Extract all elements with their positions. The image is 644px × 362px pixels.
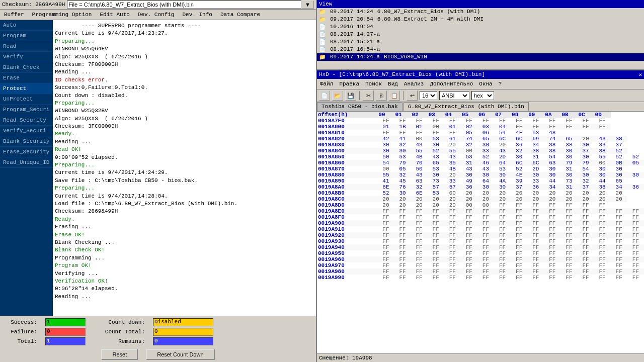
hex-byte[interactable]: 6C: [494, 136, 511, 142]
hex-byte[interactable]: 53: [494, 166, 511, 172]
hex-byte[interactable]: 43: [494, 148, 511, 154]
hex-byte[interactable]: FF: [560, 208, 577, 214]
hex-byte[interactable]: 32: [411, 184, 428, 190]
hex-byte[interactable]: 34: [544, 184, 560, 190]
hex-byte[interactable]: FF: [594, 202, 611, 208]
hex-byte[interactable]: 52: [611, 148, 627, 154]
hex-byte[interactable]: FF: [527, 208, 544, 214]
hex-byte[interactable]: FF: [511, 124, 527, 130]
hex-byte[interactable]: FF: [494, 208, 511, 214]
hex-byte[interactable]: 52: [477, 154, 494, 160]
hex-byte[interactable]: 20: [560, 190, 577, 196]
hex-byte[interactable]: FF: [611, 244, 627, 250]
hex-byte[interactable]: FF: [377, 118, 394, 124]
hex-byte[interactable]: 38: [527, 148, 544, 154]
hex-byte[interactable]: FF: [511, 256, 527, 262]
hex-byte[interactable]: FF: [444, 208, 461, 214]
hex-cut-btn[interactable]: ✂: [363, 90, 374, 101]
hex-byte[interactable]: 57: [428, 184, 444, 190]
hex-byte[interactable]: FF: [627, 208, 644, 214]
hex-byte[interactable]: 30: [511, 154, 527, 160]
hex-byte[interactable]: FF: [560, 202, 577, 208]
menu-dev-config[interactable]: Dev. Config: [134, 11, 179, 19]
hex-byte[interactable]: 52: [428, 148, 444, 154]
hex-byte[interactable]: 44: [594, 178, 611, 184]
hex-byte[interactable]: 65: [428, 160, 444, 166]
hex-byte[interactable]: FF: [428, 244, 444, 250]
hex-byte[interactable]: 73: [428, 178, 444, 184]
hex-byte[interactable]: 30: [494, 172, 511, 178]
hex-byte[interactable]: 38: [594, 184, 611, 190]
hex-byte[interactable]: FF: [511, 238, 527, 244]
hex-byte[interactable]: FF: [594, 214, 611, 220]
hex-byte[interactable]: 1B: [394, 124, 411, 130]
hex-byte[interactable]: FF: [461, 238, 477, 244]
hex-byte[interactable]: 53: [428, 136, 444, 142]
hex-menu-item[interactable]: Дополнительно: [427, 80, 476, 88]
sidebar-item-read-unique-id[interactable]: Read_Unique_ID: [0, 157, 53, 168]
hex-byte[interactable]: 50: [411, 166, 428, 172]
sidebar-item-unprotect[interactable]: UnProtect: [0, 94, 53, 105]
hex-byte[interactable]: FF: [428, 226, 444, 232]
hex-byte[interactable]: 53: [394, 154, 411, 160]
hex-byte[interactable]: FF: [611, 208, 627, 214]
hex-byte[interactable]: FF: [411, 244, 428, 250]
hex-byte[interactable]: FF: [577, 232, 594, 238]
hex-byte[interactable]: 54: [494, 130, 511, 136]
hex-byte[interactable]: FF: [494, 256, 511, 262]
hex-byte[interactable]: FF: [594, 232, 611, 238]
hex-byte[interactable]: FF: [394, 268, 411, 275]
hex-byte[interactable]: 20: [444, 142, 461, 148]
hex-byte[interactable]: FF: [627, 275, 644, 281]
hex-byte[interactable]: 30: [377, 142, 394, 148]
reset-countdown-button[interactable]: Reset Count Down: [146, 349, 214, 360]
hex-byte[interactable]: FF: [594, 220, 611, 226]
hex-byte[interactable]: 30: [377, 148, 394, 154]
hex-byte[interactable]: 36: [511, 142, 527, 148]
hex-byte[interactable]: FF: [394, 220, 411, 226]
hex-byte[interactable]: FF: [377, 250, 394, 256]
hex-byte[interactable]: FF: [594, 238, 611, 244]
hex-byte[interactable]: FF: [544, 256, 560, 262]
file-list-item[interactable]: 📄08.2017 16:54-a: [317, 46, 644, 53]
hex-byte[interactable]: 31: [560, 184, 577, 190]
hex-byte[interactable]: FF: [411, 275, 428, 281]
hex-byte[interactable]: FF: [511, 202, 527, 208]
hex-menu-item[interactable]: Файл: [317, 80, 336, 88]
hex-menu-item[interactable]: Вид: [385, 80, 401, 88]
hex-byte[interactable]: FF: [377, 226, 394, 232]
hex-byte[interactable]: FF: [494, 268, 511, 275]
hex-byte[interactable]: FF: [544, 220, 560, 226]
hex-byte[interactable]: FF: [494, 238, 511, 244]
hex-byte[interactable]: 33: [444, 178, 461, 184]
hex-menu-item[interactable]: Окна: [476, 80, 495, 88]
hex-byte[interactable]: 54: [377, 160, 394, 166]
hex-byte[interactable]: 20: [444, 196, 461, 202]
hex-byte[interactable]: FF: [461, 220, 477, 226]
hex-byte[interactable]: FF: [577, 118, 594, 124]
hex-byte[interactable]: 54: [577, 166, 594, 172]
hex-byte[interactable]: 57: [444, 184, 461, 190]
hex-byte[interactable]: FF: [527, 275, 544, 281]
hex-byte[interactable]: 20: [411, 196, 428, 202]
hex-byte[interactable]: 37: [577, 184, 594, 190]
hex-byte[interactable]: 55: [377, 172, 394, 178]
hex-byte[interactable]: FF: [544, 226, 560, 232]
hex-byte[interactable]: FF: [627, 226, 644, 232]
hex-byte[interactable]: 30: [611, 166, 627, 172]
hex-byte[interactable]: 43: [594, 136, 611, 142]
menu-dev-info[interactable]: Dev. Info: [178, 11, 216, 19]
hex-byte[interactable]: 63: [544, 160, 560, 166]
hex-byte[interactable]: FF: [477, 232, 494, 238]
hex-byte[interactable]: 30: [577, 172, 594, 178]
hex-byte[interactable]: 39: [511, 178, 527, 184]
sidebar-item-program-security[interactable]: Program_Securi: [0, 105, 53, 115]
sidebar-item-read[interactable]: Read: [0, 41, 53, 52]
hex-byte[interactable]: FF: [577, 262, 594, 268]
hex-byte[interactable]: 20: [527, 190, 544, 196]
hex-byte[interactable]: 00: [428, 124, 444, 130]
hex-byte[interactable]: FF: [411, 232, 428, 238]
hex-byte[interactable]: FF: [544, 238, 560, 244]
hex-byte[interactable]: FF: [560, 226, 577, 232]
hex-byte[interactable]: 20: [511, 196, 527, 202]
